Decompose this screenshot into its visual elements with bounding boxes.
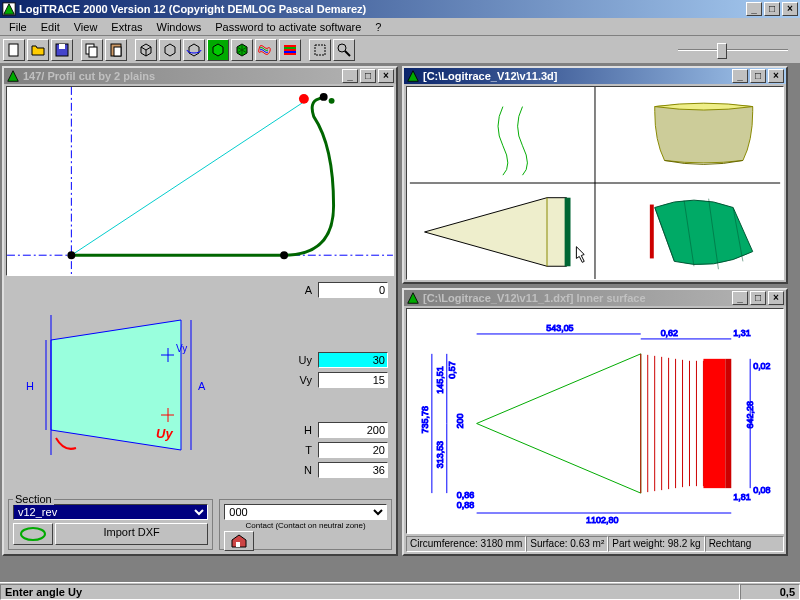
svg-point-20 [320, 93, 328, 101]
preview-section-button[interactable] [13, 523, 53, 545]
svg-rect-43 [725, 359, 731, 488]
new-button[interactable] [3, 39, 25, 61]
profile-min-button[interactable]: _ [342, 69, 358, 83]
contact-icon-button[interactable] [224, 531, 254, 551]
svg-rect-3 [59, 44, 65, 49]
label-H: H [304, 424, 312, 436]
label-N: N [304, 464, 312, 476]
dxf-title: [C:\Logitrace_V12\v11_1.dxf] Inner surfa… [423, 292, 646, 304]
section-group: Section v12_rev Import DXF [8, 499, 213, 550]
profile-max-button[interactable]: □ [360, 69, 376, 83]
svg-rect-8 [284, 45, 296, 55]
svg-rect-30 [565, 198, 571, 267]
menu-edit[interactable]: Edit [34, 19, 67, 35]
minimize-button[interactable]: _ [746, 2, 762, 16]
svg-rect-9 [284, 47, 296, 49]
svg-rect-11 [315, 45, 325, 55]
profile-window: 147/ Profil cut by 2 plains _ □ × [2, 66, 398, 556]
menu-password[interactable]: Password to activate software [208, 19, 368, 35]
open-button[interactable] [27, 39, 49, 61]
profile-title: 147/ Profil cut by 2 plains [23, 70, 155, 82]
menubar: File Edit View Extras Windows Password t… [0, 18, 800, 36]
window-icon [406, 291, 420, 305]
diagram-label-Vy: Vy [176, 343, 187, 354]
viewer3d-close-button[interactable]: × [768, 69, 784, 83]
svg-point-18 [280, 251, 288, 259]
svg-rect-1 [9, 44, 18, 56]
label-A: A [305, 284, 312, 296]
import-dxf-button[interactable]: Import DXF [55, 523, 208, 545]
svg-rect-31 [650, 205, 654, 259]
dim-tr: 1,31 [733, 328, 750, 338]
viewer3d-max-button[interactable]: □ [750, 69, 766, 83]
input-T[interactable] [318, 442, 388, 458]
menu-file[interactable]: File [2, 19, 34, 35]
viewer3d-titlebar[interactable]: [C:\Logitrace_V12\v11.3d] _ □ × [404, 68, 786, 84]
viewer3d-title: [C:\Logitrace_V12\v11.3d] [423, 70, 558, 82]
menu-windows[interactable]: Windows [150, 19, 209, 35]
dim-left2b: 200 [455, 414, 465, 429]
viewer3d-min-button[interactable]: _ [732, 69, 748, 83]
wireframe-button[interactable] [135, 39, 157, 61]
dim-top2: 0,62 [661, 328, 678, 338]
label-Vy: Vy [300, 374, 312, 386]
dxf-max-button[interactable]: □ [750, 291, 766, 305]
dxf-close-button[interactable]: × [768, 291, 784, 305]
viewer3d-window: [C:\Logitrace_V12\v11.3d] _ □ × [402, 66, 788, 284]
menu-help[interactable]: ? [368, 19, 388, 35]
svg-point-12 [338, 44, 346, 52]
diagram-label-Uy: Uy [156, 426, 173, 441]
dxf-titlebar[interactable]: [C:\Logitrace_V12\v11_1.dxf] Inner surfa… [404, 290, 786, 306]
svg-rect-42 [703, 359, 725, 488]
mdi-area: 147/ Profil cut by 2 plains _ □ × [0, 64, 800, 582]
svg-point-25 [21, 528, 45, 540]
profile-titlebar[interactable]: 147/ Profil cut by 2 plains _ □ × [4, 68, 396, 84]
svg-point-19 [299, 94, 309, 104]
copy-button[interactable] [81, 39, 103, 61]
texture2-button[interactable] [279, 39, 301, 61]
svg-rect-10 [284, 51, 296, 53]
shade-solid-button[interactable] [231, 39, 253, 61]
statusbar: Enter angle Uy 0,5 [0, 582, 800, 600]
select-button[interactable] [309, 39, 331, 61]
window-icon [406, 69, 420, 83]
param-diagram: H A Vy Uy [6, 280, 221, 500]
dxf-min-button[interactable]: _ [732, 291, 748, 305]
dxf-window: [C:\Logitrace_V12\v11_1.dxf] Inner surfa… [402, 288, 788, 556]
profile-canvas[interactable] [6, 86, 394, 276]
shade-green-button[interactable] [207, 39, 229, 61]
contact-group: 000 Contact (Contact on neutral zone) [219, 499, 392, 550]
input-Uy[interactable] [318, 352, 388, 368]
toolbar [0, 36, 800, 64]
zoom-slider[interactable] [678, 41, 788, 59]
zoom-button[interactable] [333, 39, 355, 61]
diagram-label-A: A [198, 380, 206, 392]
info-surface: Surface: 0.63 m² [526, 536, 608, 552]
rotate-button[interactable] [183, 39, 205, 61]
contact-combo[interactable]: 000 [224, 504, 387, 520]
dim-bl1: 0,86 [457, 490, 474, 500]
preview-icon [19, 526, 47, 542]
viewer3d-canvas[interactable] [406, 86, 784, 280]
menu-view[interactable]: View [67, 19, 105, 35]
label-T: T [305, 444, 312, 456]
input-H[interactable] [318, 422, 388, 438]
svg-line-13 [345, 51, 350, 56]
menu-extras[interactable]: Extras [104, 19, 149, 35]
input-A[interactable] [318, 282, 388, 298]
close-button[interactable]: × [782, 2, 798, 16]
maximize-button[interactable]: □ [764, 2, 780, 16]
input-Vy[interactable] [318, 372, 388, 388]
dxf-canvas[interactable]: 543,05 0,62 1,31 0,02 642,28 145,51 0,57… [406, 308, 784, 534]
save-button[interactable] [51, 39, 73, 61]
input-N[interactable] [318, 462, 388, 478]
wireframe2-button[interactable] [159, 39, 181, 61]
profile-close-button[interactable]: × [378, 69, 394, 83]
svg-rect-26 [236, 542, 240, 547]
param-panel: A Uy Vy H T N [222, 280, 394, 500]
section-combo[interactable]: v12_rev [13, 504, 208, 520]
paste-button[interactable] [105, 39, 127, 61]
texture1-button[interactable] [255, 39, 277, 61]
info-rect: Rechtang [705, 536, 784, 552]
cursor-icon [576, 247, 584, 263]
